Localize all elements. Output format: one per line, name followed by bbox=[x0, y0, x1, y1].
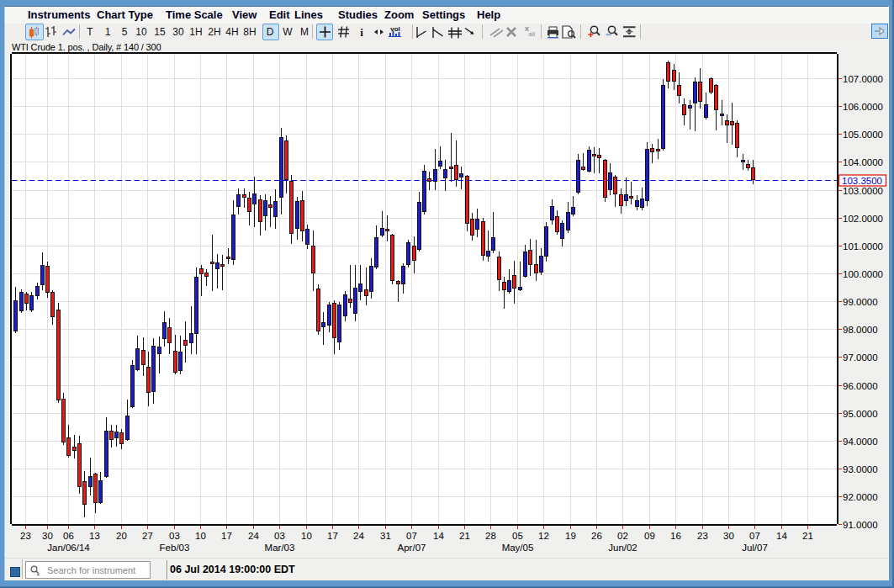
svg-text:94.0000: 94.0000 bbox=[843, 437, 878, 447]
svg-text:105.0000: 105.0000 bbox=[843, 130, 883, 140]
svg-text:93.0000: 93.0000 bbox=[843, 464, 878, 474]
svg-text:14: 14 bbox=[776, 531, 787, 541]
svg-text:02: 02 bbox=[617, 531, 628, 541]
svg-text:30: 30 bbox=[723, 531, 734, 541]
svg-text:May/05: May/05 bbox=[502, 543, 534, 553]
svg-text:23: 23 bbox=[697, 531, 708, 541]
svg-text:103.0000: 103.0000 bbox=[843, 186, 883, 196]
svg-text:96.0000: 96.0000 bbox=[843, 381, 878, 391]
svg-text:19: 19 bbox=[565, 531, 576, 541]
svg-text:24: 24 bbox=[353, 531, 364, 541]
svg-text:31: 31 bbox=[380, 531, 391, 541]
svg-text:Jun/02: Jun/02 bbox=[608, 543, 637, 553]
svg-text:07: 07 bbox=[406, 531, 417, 541]
svg-text:17: 17 bbox=[327, 531, 338, 541]
svg-text:05: 05 bbox=[512, 531, 523, 541]
svg-text:91.0000: 91.0000 bbox=[843, 520, 878, 530]
svg-text:10: 10 bbox=[301, 531, 312, 541]
svg-text:14: 14 bbox=[433, 531, 444, 541]
svg-text:106.0000: 106.0000 bbox=[843, 102, 883, 112]
svg-text:95.0000: 95.0000 bbox=[843, 409, 878, 419]
svg-text:12: 12 bbox=[538, 531, 549, 541]
svg-text:104.0000: 104.0000 bbox=[843, 157, 883, 167]
svg-text:101.0000: 101.0000 bbox=[843, 241, 883, 252]
svg-text:16: 16 bbox=[670, 531, 681, 541]
svg-text:23: 23 bbox=[20, 531, 31, 541]
svg-text:103.3500: 103.3500 bbox=[842, 176, 882, 186]
svg-text:21: 21 bbox=[459, 531, 470, 541]
svg-text:26: 26 bbox=[591, 531, 602, 541]
svg-text:17: 17 bbox=[221, 531, 232, 541]
svg-text:30: 30 bbox=[42, 531, 53, 541]
svg-text:21: 21 bbox=[802, 531, 813, 541]
svg-text:06: 06 bbox=[63, 531, 74, 541]
svg-text:Apr/07: Apr/07 bbox=[398, 543, 426, 553]
svg-text:Jan/06/14: Jan/06/14 bbox=[47, 543, 90, 553]
svg-text:92.0000: 92.0000 bbox=[843, 492, 878, 502]
svg-text:100.0000: 100.0000 bbox=[843, 269, 883, 279]
svg-text:09: 09 bbox=[644, 531, 655, 541]
svg-text:03: 03 bbox=[274, 531, 285, 541]
svg-text:03: 03 bbox=[169, 531, 180, 541]
svg-text:97.0000: 97.0000 bbox=[843, 352, 878, 363]
svg-text:Mar/03: Mar/03 bbox=[265, 543, 295, 553]
svg-text:102.0000: 102.0000 bbox=[843, 214, 883, 224]
svg-text:20: 20 bbox=[116, 531, 127, 541]
svg-text:27: 27 bbox=[142, 531, 153, 541]
svg-text:107.0000: 107.0000 bbox=[843, 74, 883, 84]
svg-text:98.0000: 98.0000 bbox=[843, 325, 878, 335]
svg-text:Feb/03: Feb/03 bbox=[160, 543, 190, 553]
svg-text:WTI Crude 1. pos. , Daily, # 1: WTI Crude 1. pos. , Daily, # 140 / 300 bbox=[12, 42, 161, 52]
svg-text:24: 24 bbox=[248, 531, 259, 541]
svg-text:28: 28 bbox=[485, 531, 496, 541]
svg-text:13: 13 bbox=[89, 531, 100, 541]
svg-text:Jul/07: Jul/07 bbox=[742, 543, 768, 553]
svg-text:99.0000: 99.0000 bbox=[843, 297, 878, 307]
svg-text:10: 10 bbox=[195, 531, 206, 541]
svg-text:07: 07 bbox=[749, 531, 760, 541]
